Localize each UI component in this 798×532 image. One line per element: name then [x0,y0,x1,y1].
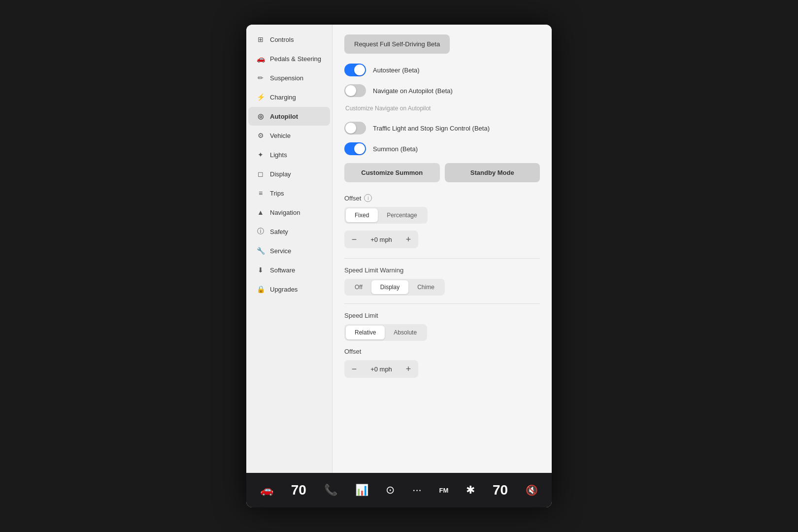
upgrades-icon: 🔒 [256,285,265,294]
phone-icon: 📞 [324,484,337,497]
radio-icon: FM [439,487,448,494]
volume-btn[interactable]: 🔇 [526,484,538,496]
service-icon: 🔧 [256,246,265,255]
sidebar-label-navigation: Navigation [270,209,300,216]
radio-btn[interactable]: FM [439,487,448,494]
sidebar-item-service[interactable]: 🔧Service [248,241,330,260]
pedals-icon: 🚗 [256,54,265,63]
offset-info-icon[interactable]: i [364,194,372,202]
offset2-value: +0 mph [369,366,394,373]
speed-display-right: 70 [493,482,508,498]
sidebar-item-suspension[interactable]: ✏Suspension [248,68,330,87]
sidebar-label-suspension: Suspension [270,74,303,82]
sidebar: ⊞Controls🚗Pedals & Steering✏Suspension⚡C… [246,25,332,473]
phone-btn[interactable]: 📞 [324,484,337,497]
sidebar-label-safety: Safety [270,228,288,235]
music-icon: 📊 [355,484,368,497]
sidebar-item-lights[interactable]: ✦Lights [248,145,330,164]
sidebar-label-autopilot: Autopilot [270,113,298,120]
trips-icon: ≡ [256,189,265,198]
nav-autopilot-row: Navigate on Autopilot (Beta) [344,84,540,97]
summon-toggle[interactable] [344,142,366,155]
offset-minus-btn[interactable]: − [347,233,361,246]
nav-autopilot-toggle[interactable] [344,84,366,97]
summon-row: Summon (Beta) [344,142,540,155]
sidebar-label-display: Display [270,170,291,178]
dots-icon: ··· [412,484,421,497]
slw-display-btn[interactable]: Display [371,280,408,294]
sidebar-label-software: Software [270,266,295,274]
lights-icon: ✦ [256,150,265,159]
nav-autopilot-label: Navigate on Autopilot (Beta) [373,87,453,95]
main-panel: Request Full Self-Driving Beta Autosteer… [332,25,552,473]
customize-nav-link[interactable]: Customize Navigate on Autopilot [344,105,540,112]
offset2-section: Offset [344,348,540,355]
divider-1 [344,258,540,259]
display-icon: ◻ [256,169,265,178]
slw-segmented: Off Display Chime [344,279,445,296]
autosteer-toggle[interactable] [344,64,366,76]
speed-display-left: 70 [291,482,306,498]
sidebar-item-upgrades[interactable]: 🔒Upgrades [248,280,330,299]
sidebar-label-lights: Lights [270,151,287,159]
traffic-toggle[interactable] [344,122,366,134]
slw-chime-btn[interactable]: Chime [408,280,443,294]
navigation-icon: ▲ [256,208,265,217]
autosteer-label: Autosteer (Beta) [373,66,420,74]
camera-icon: ⊙ [386,484,395,497]
offset2-minus-btn[interactable]: − [347,362,361,376]
sl-segmented: Relative Absolute [344,324,427,341]
charging-icon: ⚡ [256,93,265,101]
safety-icon: ⓘ [256,227,265,236]
sidebar-item-navigation[interactable]: ▲Navigation [248,203,330,222]
offset-fixed-btn[interactable]: Fixed [346,208,378,222]
sidebar-item-display[interactable]: ◻Display [248,165,330,183]
slw-off-btn[interactable]: Off [346,280,371,294]
offset-stepper: − +0 mph + [344,231,418,248]
sidebar-item-pedals[interactable]: 🚗Pedals & Steering [248,49,330,68]
autosteer-row: Autosteer (Beta) [344,64,540,76]
summon-label: Summon (Beta) [373,145,418,153]
sidebar-label-controls: Controls [270,36,294,43]
car-icon: 🚗 [260,484,273,497]
bluetooth-icon: ✱ [466,484,475,497]
sidebar-label-pedals: Pedals & Steering [270,55,321,63]
sl-relative-btn[interactable]: Relative [346,326,385,339]
offset-percentage-btn[interactable]: Percentage [378,208,426,222]
sidebar-label-trips: Trips [270,190,284,197]
speed-limit-section: Speed Limit [344,312,540,319]
sidebar-item-controls[interactable]: ⊞Controls [248,30,330,49]
bottom-bar: 🚗 70 📞 📊 ⊙ ··· FM ✱ 70 🔇 [246,473,552,507]
offset2-stepper: − +0 mph + [344,360,418,378]
car-icon-btn[interactable]: 🚗 [260,484,273,497]
sidebar-item-software[interactable]: ⬇Software [248,261,330,279]
offset2-plus-btn[interactable]: + [401,362,415,376]
software-icon: ⬇ [256,266,265,274]
camera-btn[interactable]: ⊙ [386,484,395,497]
speed-limit-warning-section: Speed Limit Warning [344,266,540,274]
customize-summon-button[interactable]: Customize Summon [344,163,440,182]
divider-2 [344,303,540,304]
standby-mode-button[interactable]: Standby Mode [445,163,540,182]
bluetooth-btn[interactable]: ✱ [466,484,475,497]
music-btn[interactable]: 📊 [355,484,368,497]
sl-absolute-btn[interactable]: Absolute [385,326,426,339]
sidebar-item-vehicle[interactable]: ⚙Vehicle [248,126,330,145]
sidebar-label-upgrades: Upgrades [270,286,298,293]
sidebar-label-vehicle: Vehicle [270,132,291,139]
offset-segmented: Fixed Percentage [344,207,428,224]
offset-section: Offset i [344,194,540,202]
sidebar-item-charging[interactable]: ⚡Charging [248,88,330,106]
sidebar-label-service: Service [270,247,291,255]
sidebar-item-trips[interactable]: ≡Trips [248,184,330,202]
traffic-row: Traffic Light and Stop Sign Control (Bet… [344,122,540,134]
volume-icon: 🔇 [526,484,538,496]
sidebar-label-charging: Charging [270,94,296,101]
sidebar-item-autopilot[interactable]: ◎Autopilot [248,107,330,126]
fsd-button[interactable]: Request Full Self-Driving Beta [344,34,450,54]
sidebar-item-safety[interactable]: ⓘSafety [248,222,330,241]
dots-btn[interactable]: ··· [412,484,421,497]
vehicle-icon: ⚙ [256,131,265,140]
controls-icon: ⊞ [256,35,265,44]
offset-plus-btn[interactable]: + [401,233,415,246]
